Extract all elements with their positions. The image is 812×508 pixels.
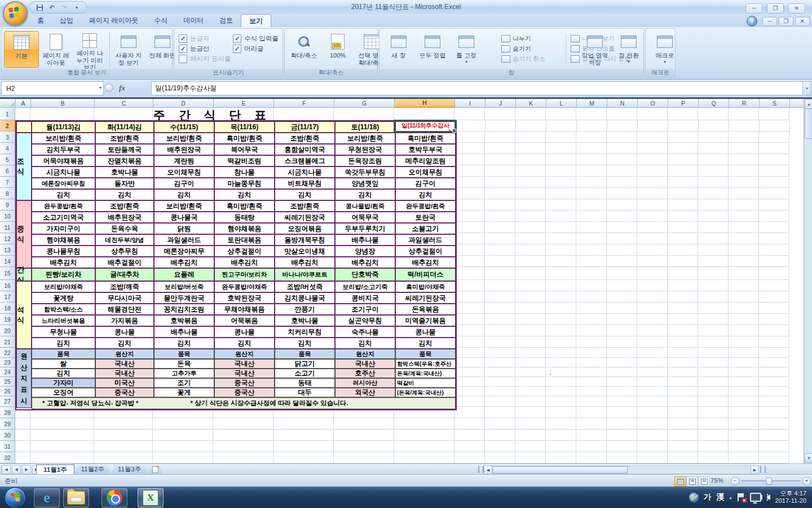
menu-cell[interactable]: 무다시마국 <box>95 292 154 304</box>
origin-cell[interactable]: 돈육 <box>154 359 214 369</box>
cell[interactable] <box>515 303 546 314</box>
column-header-I[interactable]: I <box>455 99 486 108</box>
origin-header[interactable]: 원산지 <box>95 349 154 359</box>
cell[interactable] <box>698 280 729 291</box>
cell[interactable] <box>729 452 759 463</box>
menu-cell[interactable]: 참나물 <box>214 167 275 178</box>
window-button[interactable]: 새 창 <box>382 31 416 68</box>
menu-cell[interactable]: 흑미밥/흰죽 <box>214 133 275 144</box>
cell[interactable] <box>759 177 789 188</box>
cell[interactable] <box>759 211 789 222</box>
cell[interactable] <box>516 120 546 132</box>
cell[interactable] <box>546 256 576 267</box>
cell[interactable] <box>668 441 698 452</box>
zoom-slider[interactable]: − + <box>731 476 811 485</box>
row-header-17[interactable]: 17 <box>0 291 15 303</box>
cell[interactable] <box>454 303 485 314</box>
menu-cell[interactable]: 마늘쫑무침 <box>214 178 275 189</box>
cell[interactable] <box>515 387 546 396</box>
cell[interactable] <box>454 348 485 358</box>
cell[interactable] <box>729 154 759 165</box>
cell[interactable] <box>637 211 668 222</box>
menu-cell[interactable]: 보리밥/흰죽 <box>335 133 395 144</box>
checkbox-눈금자[interactable]: ✓눈금자 <box>179 33 231 43</box>
cell[interactable] <box>485 325 515 336</box>
column-header-R[interactable]: R <box>729 99 760 108</box>
cell[interactable] <box>607 396 637 407</box>
day-header[interactable]: 목(11/16) <box>214 121 275 133</box>
cell[interactable] <box>576 387 607 396</box>
cell[interactable] <box>668 280 698 291</box>
cell[interactable] <box>455 120 486 132</box>
cell[interactable] <box>698 452 729 463</box>
cell[interactable] <box>607 108 637 120</box>
origin-cell[interactable]: 중국산 <box>214 388 275 397</box>
menu-cell[interactable]: 김치 <box>95 338 154 349</box>
cell[interactable] <box>30 418 94 430</box>
cell[interactable] <box>454 358 485 367</box>
cell[interactable] <box>546 143 576 154</box>
cell[interactable] <box>273 452 334 463</box>
cell[interactable] <box>729 199 759 211</box>
cell[interactable] <box>213 418 273 430</box>
cell[interactable] <box>668 222 698 233</box>
cell[interactable] <box>729 108 759 120</box>
cell[interactable] <box>607 211 637 222</box>
cell[interactable] <box>515 314 546 325</box>
cell[interactable] <box>607 256 637 267</box>
cell[interactable] <box>485 303 515 314</box>
cell[interactable] <box>637 256 668 267</box>
cell[interactable] <box>576 267 607 280</box>
cell[interactable] <box>546 303 576 314</box>
cell[interactable] <box>668 452 698 463</box>
formula-input[interactable]: 일(11/19)추수감사절 <box>151 81 803 95</box>
taskbar-clock[interactable]: 오후 4:17 2017-11-20 <box>775 490 806 505</box>
cell[interactable] <box>698 211 729 222</box>
cell[interactable] <box>515 108 546 120</box>
small-button-나누기[interactable]: 나누기 <box>501 33 545 43</box>
cell[interactable] <box>668 336 698 348</box>
menu-cell[interactable]: 올방개묵무침 <box>275 234 335 246</box>
page-layout-view-button[interactable] <box>686 476 698 487</box>
menu-cell[interactable]: 돈육수육 <box>95 223 154 234</box>
menu-cell[interactable]: 콩비지국 <box>335 292 395 304</box>
view-button[interactable]: 페이지 레이아웃 <box>39 31 73 68</box>
workbook-close-button[interactable]: ✕ <box>795 17 810 26</box>
cell[interactable] <box>607 325 637 336</box>
cell[interactable] <box>729 348 759 358</box>
cell[interactable] <box>454 199 485 211</box>
cell[interactable] <box>153 418 213 430</box>
menu-cell[interactable]: 조밥/흰죽 <box>95 200 154 212</box>
cell[interactable] <box>576 108 607 120</box>
cell[interactable] <box>454 430 485 441</box>
column-header-C[interactable]: C <box>95 99 153 108</box>
cell[interactable] <box>637 303 668 314</box>
cell[interactable] <box>607 222 637 233</box>
cell[interactable] <box>607 336 637 348</box>
cell[interactable] <box>698 108 729 120</box>
menu-cell[interactable]: 숙주나물 <box>335 326 395 338</box>
menu-cell[interactable]: 김치콩나물국 <box>275 292 335 304</box>
menu-cell[interactable]: 배추된장국 <box>95 212 154 223</box>
cell[interactable] <box>546 108 576 120</box>
cell[interactable] <box>94 418 153 430</box>
menu-cell[interactable]: 김치 <box>214 189 275 200</box>
menu-cell[interactable]: 햄야채볶음 <box>32 234 95 246</box>
prev-sheet-button[interactable]: ◀ <box>12 465 21 474</box>
cell[interactable] <box>729 165 759 177</box>
cell[interactable] <box>759 188 789 199</box>
cell[interactable] <box>454 441 485 452</box>
cell[interactable] <box>729 188 759 199</box>
page-break-view-button[interactable] <box>698 476 710 487</box>
cell[interactable] <box>759 132 789 143</box>
cell[interactable] <box>576 177 607 188</box>
cell[interactable] <box>637 108 668 120</box>
cell[interactable] <box>485 452 515 463</box>
menu-cell[interactable]: 김치 <box>32 189 95 200</box>
cell[interactable] <box>454 418 485 430</box>
workbook-restore-button[interactable]: ❐ <box>779 17 793 26</box>
cell[interactable] <box>576 233 607 244</box>
cell[interactable] <box>698 407 729 418</box>
column-header-F[interactable]: F <box>274 99 334 108</box>
cell[interactable] <box>485 418 515 430</box>
